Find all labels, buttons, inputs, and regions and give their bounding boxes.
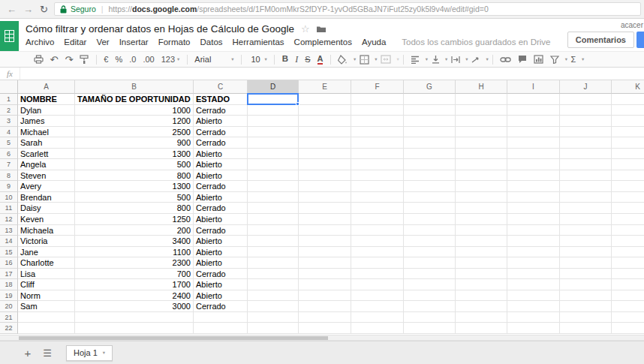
row-header-22[interactable]: 22 — [0, 323, 18, 334]
cell-K22[interactable] — [612, 323, 644, 334]
row-header-20[interactable]: 20 — [0, 301, 18, 312]
cell-K13[interactable] — [612, 225, 644, 236]
cell-B17[interactable]: 700 — [75, 269, 194, 280]
cell-C20[interactable]: Cerrado — [194, 301, 248, 312]
more-formats-button[interactable]: 123▾ — [161, 56, 180, 64]
cell-K9[interactable] — [612, 181, 644, 192]
cell-G2[interactable] — [404, 105, 456, 116]
cell-G12[interactable] — [404, 214, 456, 225]
row-header-4[interactable]: 4 — [0, 127, 18, 138]
cell-J9[interactable] — [560, 181, 612, 192]
menu-herramientas[interactable]: Herramientas — [233, 38, 284, 47]
cell-F10[interactable] — [351, 192, 404, 203]
cell-E6[interactable] — [299, 149, 351, 160]
cell-K8[interactable] — [612, 170, 644, 182]
cell-D12[interactable] — [248, 214, 299, 225]
cell-D18[interactable] — [248, 279, 299, 290]
cell-A9[interactable]: Avery — [18, 181, 75, 192]
row-header-3[interactable]: 3 — [0, 116, 18, 127]
share-button[interactable] — [636, 32, 644, 48]
strikethrough-button[interactable]: S — [305, 56, 310, 64]
italic-button[interactable]: I — [295, 55, 298, 64]
cell-G13[interactable] — [404, 225, 456, 236]
menu-ayuda[interactable]: Ayuda — [362, 38, 386, 47]
cell-C21[interactable] — [194, 312, 248, 323]
cell-K5[interactable] — [612, 137, 644, 149]
cell-A8[interactable]: Steven — [18, 170, 75, 182]
cell-J1[interactable] — [560, 94, 612, 105]
font-size-select[interactable]: 10▾ — [249, 56, 267, 64]
cell-C10[interactable]: Abierto — [194, 192, 248, 203]
cell-E9[interactable] — [299, 181, 351, 192]
column-header-B[interactable]: B — [75, 80, 194, 94]
currency-format-button[interactable]: € — [104, 56, 108, 64]
cell-A20[interactable]: Sam — [18, 301, 75, 312]
fill-handle[interactable] — [296, 102, 299, 106]
cell-F17[interactable] — [351, 269, 404, 280]
cell-B3[interactable]: 1200 — [75, 116, 194, 127]
sheets-logo-icon[interactable] — [0, 21, 19, 51]
cell-I3[interactable] — [507, 116, 560, 127]
cell-H7[interactable] — [456, 159, 507, 170]
cell-F6[interactable] — [351, 149, 404, 160]
cell-K6[interactable] — [612, 149, 644, 160]
row-header-16[interactable]: 16 — [0, 257, 18, 269]
cell-H6[interactable] — [456, 149, 507, 160]
cell-G8[interactable] — [404, 170, 456, 182]
cell-E20[interactable] — [299, 301, 351, 312]
cell-I13[interactable] — [507, 225, 560, 236]
cell-I19[interactable] — [507, 290, 560, 302]
cell-A19[interactable]: Norm — [18, 290, 75, 302]
row-header-19[interactable]: 19 — [0, 290, 18, 302]
cell-G3[interactable] — [404, 116, 456, 127]
cell-I12[interactable] — [507, 214, 560, 225]
cell-J21[interactable] — [560, 312, 612, 323]
cell-C18[interactable]: Abierto — [194, 279, 248, 290]
cell-A15[interactable]: Jane — [18, 247, 75, 258]
folder-icon[interactable] — [316, 26, 327, 33]
cell-F7[interactable] — [351, 159, 404, 170]
cell-H14[interactable] — [456, 236, 507, 247]
cell-C11[interactable]: Cerrado — [194, 203, 248, 214]
cell-C3[interactable]: Abierto — [194, 116, 248, 127]
cell-E18[interactable] — [299, 279, 351, 290]
scrollbar-thumb[interactable] — [19, 336, 328, 340]
cell-F20[interactable] — [351, 301, 404, 312]
menu-archivo[interactable]: Archivo — [26, 38, 54, 47]
cell-F1[interactable] — [351, 94, 404, 105]
cell-D11[interactable] — [248, 203, 299, 214]
column-header-D[interactable]: D — [248, 80, 299, 94]
forward-icon[interactable]: → — [23, 5, 33, 14]
cell-E14[interactable] — [299, 236, 351, 247]
row-header-12[interactable]: 12 — [0, 214, 18, 225]
cell-G16[interactable] — [404, 257, 456, 269]
cell-J6[interactable] — [560, 149, 612, 160]
cell-H9[interactable] — [456, 181, 507, 192]
cell-D22[interactable] — [248, 323, 299, 334]
insert-chart-icon[interactable] — [534, 55, 543, 64]
cell-E16[interactable] — [299, 257, 351, 269]
cell-B20[interactable]: 3000 — [75, 301, 194, 312]
cell-F19[interactable] — [351, 290, 404, 302]
cell-E8[interactable] — [299, 170, 351, 182]
cell-H20[interactable] — [456, 301, 507, 312]
cell-G4[interactable] — [404, 127, 456, 138]
row-header-18[interactable]: 18 — [0, 279, 18, 290]
cell-I8[interactable] — [507, 170, 560, 182]
cell-C4[interactable]: Cerrado — [194, 127, 248, 138]
cell-C1[interactable]: ESTADO — [194, 94, 248, 105]
column-header-J[interactable]: J — [560, 80, 612, 94]
cell-D4[interactable] — [248, 127, 299, 138]
cell-A14[interactable]: Victoria — [18, 236, 75, 247]
cell-B10[interactable]: 500 — [75, 192, 194, 203]
decrease-decimals-button[interactable]: .0 — [129, 56, 136, 64]
cell-C9[interactable]: Cerrado — [194, 181, 248, 192]
menu-editar[interactable]: Editar — [64, 38, 86, 47]
cell-E13[interactable] — [299, 225, 351, 236]
paint-format-icon[interactable] — [80, 55, 89, 65]
cell-A17[interactable]: Lisa — [18, 269, 75, 280]
cell-B14[interactable]: 3400 — [75, 236, 194, 247]
column-header-A[interactable]: A — [18, 80, 75, 94]
cell-H4[interactable] — [456, 127, 507, 138]
cell-H8[interactable] — [456, 170, 507, 182]
